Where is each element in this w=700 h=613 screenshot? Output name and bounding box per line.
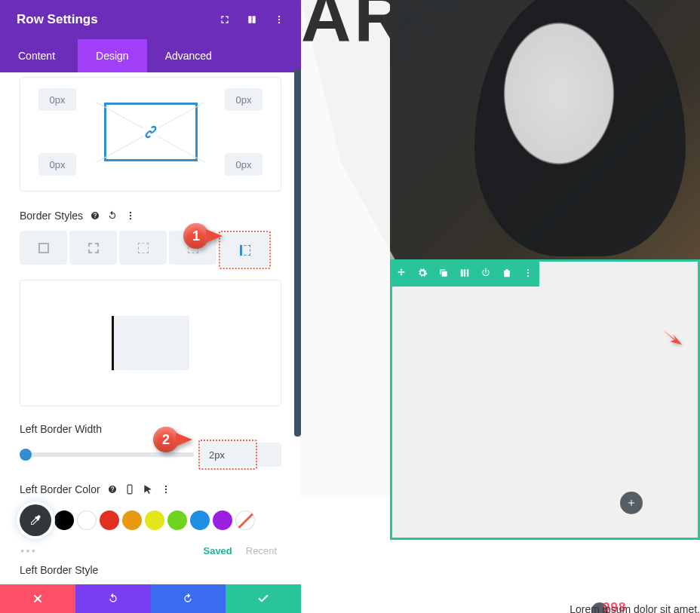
phone-icon[interactable] xyxy=(124,484,135,495)
swatch-purple[interactable] xyxy=(213,510,232,530)
border-preview-shape xyxy=(112,316,189,370)
left-border-color-label-row: Left Border Color xyxy=(20,483,281,495)
duplicate-icon[interactable] xyxy=(438,268,449,278)
tab-advanced[interactable]: Advanced xyxy=(147,39,230,72)
redo-icon xyxy=(182,593,194,605)
panel-action-bar xyxy=(0,584,301,613)
swatch-white[interactable] xyxy=(77,510,97,530)
swatch-red[interactable] xyxy=(100,510,119,530)
swatch-green[interactable] xyxy=(167,510,187,530)
tab-content[interactable]: Content xyxy=(0,39,78,72)
border-style-right[interactable] xyxy=(119,231,167,265)
svg-point-1 xyxy=(278,19,280,20)
swatch-blue[interactable] xyxy=(190,510,210,530)
more-vertical-icon[interactable] xyxy=(274,14,284,25)
expand-icon[interactable] xyxy=(220,14,230,25)
page-preview: ARS 998 Lorem ipsum dolor sit amet, xyxy=(301,0,700,613)
spacing-right-col: 0px 0px xyxy=(225,88,262,176)
left-border-style-label: Left Border Style xyxy=(20,564,98,576)
link-values-box[interactable] xyxy=(104,103,198,161)
swatch-yellow[interactable] xyxy=(145,510,164,530)
left-border-width-row xyxy=(20,443,281,467)
hover-icon[interactable] xyxy=(143,484,153,495)
panel-header: Row Settings xyxy=(0,0,301,39)
border-style-bottom[interactable] xyxy=(169,231,216,265)
tab-bar: Content Design Advanced xyxy=(0,39,301,72)
swatch-black[interactable] xyxy=(54,510,74,530)
input-highlight xyxy=(198,440,257,470)
svg-point-9 xyxy=(164,492,166,493)
header-icon-group xyxy=(220,14,284,25)
panel-title: Row Settings xyxy=(17,12,220,27)
swatch-none[interactable] xyxy=(235,510,255,530)
border-style-left[interactable] xyxy=(221,233,269,267)
border-style-top[interactable] xyxy=(69,231,117,265)
link-icon xyxy=(144,125,158,139)
reset-icon[interactable] xyxy=(107,210,118,221)
slider-thumb[interactable] xyxy=(20,449,32,461)
svg-point-14 xyxy=(527,272,529,274)
selected-module-outline[interactable] xyxy=(390,259,700,540)
left-border-color-label: Left Border Color xyxy=(20,483,100,495)
swatch-orange[interactable] xyxy=(122,510,142,530)
trash-icon[interactable] xyxy=(502,268,512,278)
redo-button[interactable] xyxy=(151,584,226,613)
svg-point-5 xyxy=(130,218,131,219)
svg-point-2 xyxy=(278,22,280,23)
border-style-all[interactable] xyxy=(20,231,67,265)
spacing-bottom-right[interactable]: 0px xyxy=(225,153,262,176)
plus-icon xyxy=(627,498,636,507)
more-vertical-icon[interactable] xyxy=(161,484,171,495)
svg-point-3 xyxy=(130,212,131,213)
help-icon[interactable] xyxy=(108,484,117,495)
svg-point-15 xyxy=(527,275,529,277)
palette-recent-tab[interactable]: Recent xyxy=(246,545,277,556)
border-preview xyxy=(20,280,281,406)
spacing-top-left[interactable]: 0px xyxy=(38,88,76,111)
column-icon[interactable] xyxy=(247,14,257,25)
move-icon[interactable] xyxy=(396,268,407,278)
columns-icon[interactable] xyxy=(459,268,470,278)
more-vertical-icon[interactable] xyxy=(125,210,136,221)
left-border-width-slider[interactable] xyxy=(20,452,194,457)
palette-saved-tab[interactable]: Saved xyxy=(203,545,232,556)
svg-point-10 xyxy=(21,549,24,552)
undo-button[interactable] xyxy=(75,584,151,613)
power-icon[interactable] xyxy=(480,268,491,278)
eyedropper-icon xyxy=(29,513,42,527)
footer-lorem: Lorem ipsum dolor sit amet, xyxy=(570,603,700,613)
spacing-left-col: 0px 0px xyxy=(38,88,76,176)
svg-point-12 xyxy=(32,549,35,552)
eyedropper-button[interactable] xyxy=(20,504,51,536)
svg-point-4 xyxy=(130,215,131,216)
check-icon xyxy=(257,593,269,605)
svg-point-13 xyxy=(527,269,529,271)
scrollbar-thumb[interactable] xyxy=(294,69,301,437)
border-styles-label-row: Border Styles xyxy=(20,210,281,222)
annotation-arrow-icon xyxy=(662,329,682,345)
tab-design[interactable]: Design xyxy=(78,39,147,72)
more-vertical-icon[interactable] xyxy=(523,268,533,278)
border-style-highlight xyxy=(219,231,271,269)
undo-icon xyxy=(107,593,119,605)
svg-rect-6 xyxy=(127,485,132,494)
gear-icon[interactable] xyxy=(417,268,428,278)
svg-point-11 xyxy=(26,549,29,552)
left-border-width-label-row: Left Border Width xyxy=(20,423,281,435)
hero-title: ARS xyxy=(301,0,456,57)
module-toolbar xyxy=(390,259,539,287)
discard-button[interactable] xyxy=(0,584,75,613)
left-border-width-input-wrap xyxy=(201,443,281,467)
color-swatch-row xyxy=(20,504,281,536)
spacing-bottom-left[interactable]: 0px xyxy=(38,153,76,176)
panel-scroll-area[interactable]: 0px 0px 0px 0px Border Styles xyxy=(0,72,301,613)
confirm-button[interactable] xyxy=(226,584,301,613)
help-icon[interactable] xyxy=(91,210,100,221)
more-horizontal-icon[interactable] xyxy=(20,548,36,553)
add-module-button[interactable] xyxy=(620,492,643,514)
palette-tabs-row: Saved Recent xyxy=(20,545,281,556)
spacing-top-right[interactable]: 0px xyxy=(225,88,262,111)
left-border-style-label-row: Left Border Style xyxy=(20,564,281,576)
settings-panel: Row Settings Content Design Advanced 0px… xyxy=(0,0,301,613)
border-styles-label: Border Styles xyxy=(20,210,83,222)
